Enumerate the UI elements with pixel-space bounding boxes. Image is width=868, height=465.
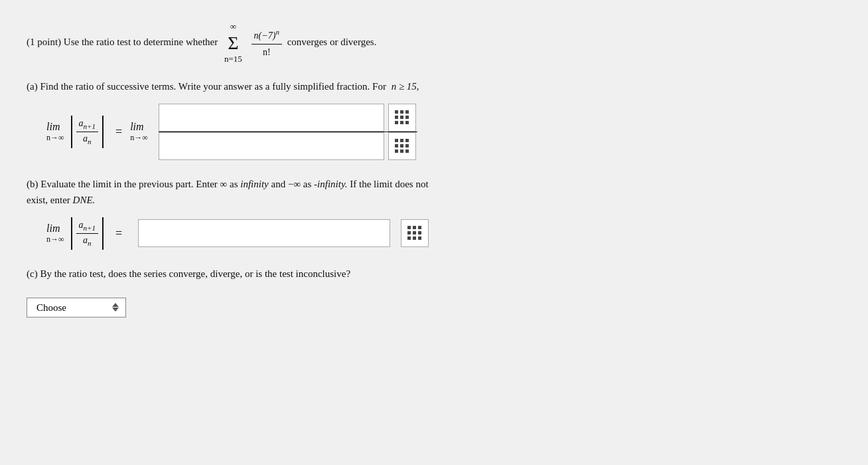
grid-icon-top (395, 110, 409, 125)
abs-numerator: an+1 (76, 118, 98, 132)
part-a-limit-section: lim n→∞ an+1 an = lim n→∞ (46, 104, 841, 161)
page: (1 point) Use the ratio test to determin… (0, 0, 868, 465)
denominator-input[interactable] (165, 141, 378, 152)
limit-value-input[interactable] (144, 228, 384, 239)
equals-sign: = (115, 125, 122, 139)
denominator-input-box[interactable] (159, 132, 384, 160)
lim-text-2: lim (130, 121, 143, 133)
lim-abs-expr: lim n→∞ an+1 an = lim n→∞ (46, 116, 148, 148)
lim-sub-text-b: n→∞ (46, 234, 64, 244)
limit-grid-button[interactable] (401, 219, 429, 247)
abs-fraction: an+1 an (71, 116, 104, 148)
arrow-down-icon (112, 308, 119, 312)
grid-icon-b (407, 226, 422, 240)
lim-text-b: lim (46, 223, 60, 234)
lim-text: lim (46, 121, 60, 133)
grid-icon-bottom (395, 139, 409, 153)
sigma-top: ∞ (230, 20, 236, 34)
choose-select-container[interactable]: Choose Converges Diverges Inconclusive (27, 298, 126, 318)
denominator-grid-button[interactable] (388, 132, 416, 160)
series-fraction: n(−7)n n! (252, 27, 282, 60)
lim-right: lim n→∞ (130, 121, 148, 143)
series-numerator: n(−7)n (252, 27, 282, 45)
numerator-input[interactable] (165, 112, 378, 123)
sigma-bottom: n=15 (224, 52, 242, 66)
sigma-char: Σ (228, 34, 238, 52)
part-a-label: (a) Find the ratio of successive terms. … (27, 78, 841, 94)
abs-numerator-b: an+1 (76, 220, 98, 234)
lim-sub-text-2: n→∞ (130, 133, 148, 143)
equals-sign-b: = (115, 227, 122, 240)
numerator-grid-button[interactable] (388, 104, 416, 132)
sigma-notation: ∞ Σ n=15 (224, 20, 242, 66)
limit-value-input-box[interactable] (138, 219, 390, 247)
convergence-select[interactable]: Choose Converges Diverges Inconclusive (36, 302, 103, 313)
abs-frac-vertical: an+1 an (76, 118, 98, 145)
problem-suffix: converges or diverges. (287, 37, 377, 47)
arrow-up-icon (112, 303, 119, 307)
lim-left-b: lim n→∞ (46, 223, 64, 244)
lim-left: lim n→∞ (46, 121, 64, 143)
problem-statement: (1 point) Use the ratio test to determin… (27, 20, 841, 66)
part-b-limit-section: lim n→∞ an+1 an = (46, 217, 841, 250)
part-c-label: (c) By the ratio test, does the series c… (27, 266, 841, 282)
numerator-input-box[interactable] (159, 104, 384, 132)
part-c-section: (c) By the ratio test, does the series c… (27, 266, 841, 318)
abs-frac-vertical-b: an+1 an (76, 220, 98, 247)
abs-denominator-b: an (80, 234, 94, 247)
part-b-section: (b) Evaluate the limit in the previous p… (27, 176, 841, 250)
series-denominator: n! (260, 45, 273, 60)
part-b-label: (b) Evaluate the limit in the previous p… (27, 176, 841, 208)
denominator-row (159, 132, 417, 160)
abs-fraction-b: an+1 an (71, 217, 104, 250)
abs-denominator: an (80, 132, 94, 145)
lim-sub-text: n→∞ (46, 133, 64, 143)
fraction-input-area (159, 104, 417, 161)
spinner-arrows (112, 303, 119, 312)
numerator-row (159, 104, 417, 132)
problem-text: (1 point) Use the ratio test to determin… (27, 37, 218, 47)
lim-abs-expr-b: lim n→∞ an+1 an = (46, 217, 127, 250)
